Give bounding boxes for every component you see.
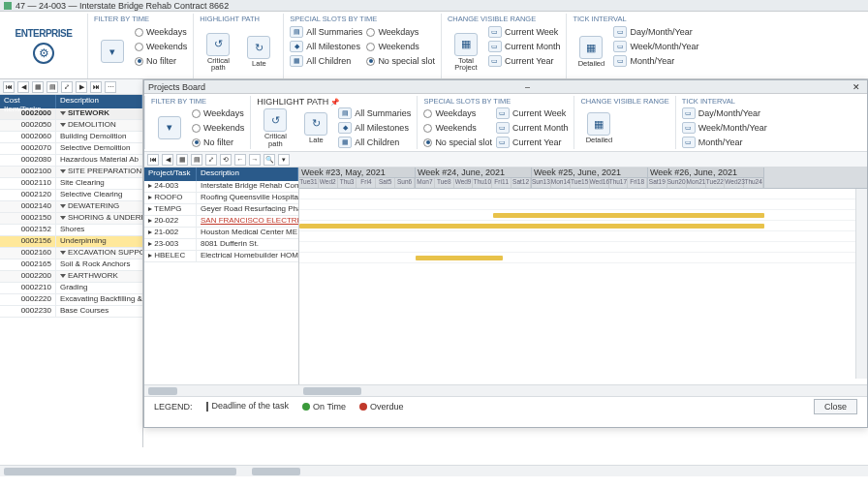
- cost-item-row[interactable]: 0002060Building Demolition: [0, 132, 142, 143]
- brand-block: ENTERPRISE ⚙: [0, 14, 87, 78]
- slot-weekdays[interactable]: Weekdays: [366, 25, 435, 39]
- tb-grid2[interactable]: ▤: [46, 81, 58, 93]
- cost-item-row[interactable]: 0002220Excavating Backfilling &: [0, 294, 142, 306]
- slot-milestones[interactable]: ◆All Milestones: [290, 40, 362, 53]
- gear-icon[interactable]: ⚙: [33, 43, 54, 64]
- total-project-button[interactable]: ▦Total Project: [448, 25, 484, 78]
- left-grid-header: Cost Item/Tasks Description: [0, 95, 142, 108]
- tb-next[interactable]: ▶: [76, 81, 87, 93]
- board-detailed[interactable]: ▦Detailed: [580, 107, 617, 149]
- cost-item-row[interactable]: 0002140DEWATERING: [0, 201, 142, 213]
- tb-prev[interactable]: ◀: [17, 81, 29, 93]
- board-toolbar: ⏮◀ ▦▤ ⤢⟲ ←→ 🔍▾: [144, 152, 867, 168]
- detailed-button[interactable]: ▦Detailed: [573, 25, 609, 78]
- tick-my[interactable]: ▭Month/Year: [613, 54, 698, 68]
- minimize-icon[interactable]: –: [522, 82, 533, 92]
- cost-item-row[interactable]: 0002230Base Courses: [0, 306, 142, 318]
- critical-path-button[interactable]: ↺Critical path: [200, 25, 236, 78]
- tb-last[interactable]: ⏭: [90, 81, 102, 93]
- cost-item-row[interactable]: 0002110Site Clearing: [0, 178, 142, 190]
- tick-wmy[interactable]: ▭Week/Month/Year: [613, 40, 698, 53]
- cost-item-row[interactable]: 0002200EARTHWORK: [0, 271, 142, 283]
- left-grid-body: 0002000SITEWORK0002050DEMOLITION0002060B…: [0, 108, 142, 318]
- ribbon-special-slots: SPECIAL SLOTS BY TIME ▤All Summaries ◆Al…: [283, 14, 441, 78]
- board-legend: LEGEND: Deadline of the task On Time Ove…: [144, 396, 867, 415]
- board-body: Project/TaskDescription ▸ 24-003Intersta…: [144, 168, 867, 390]
- main-ribbon: ENTERPRISE ⚙ FILTER BY TIME ▾ Weekdays W…: [0, 12, 868, 79]
- legend-deadline: Deadline of the task: [206, 401, 290, 412]
- left-toolbar: ⏮ ◀ ▦ ▤ ⤢ ▶ ⏭ ⋯: [0, 79, 142, 95]
- tb-grid1[interactable]: ▦: [32, 81, 44, 93]
- ribbon-tick-interval: TICK INTERVAL ▦Detailed ▭Day/Month/Year …: [566, 14, 704, 78]
- app-icon: [4, 2, 12, 10]
- project-row[interactable]: ▸ ROOFORoofing Queensville Hospita: [144, 193, 298, 204]
- range-year[interactable]: ▭Current Year: [488, 54, 561, 68]
- projects-board-window: Projects Board – ✕ FILTER BY TIME ▾ Week…: [143, 79, 868, 428]
- board-critical[interactable]: ↺Critical path: [257, 107, 294, 149]
- brand-logo: ENTERPRISE: [16, 28, 73, 39]
- close-button[interactable]: Close: [814, 399, 857, 414]
- slot-weekends[interactable]: Weekends: [366, 40, 435, 53]
- slot-children[interactable]: ▦All Children: [290, 54, 362, 68]
- close-icon[interactable]: ✕: [850, 82, 863, 92]
- left-pane: ⏮ ◀ ▦ ▤ ⤢ ▶ ⏭ ⋯ Cost Item/Tasks Descript…: [0, 79, 143, 447]
- filter-weekdays[interactable]: Weekdays: [135, 25, 187, 39]
- cost-item-row[interactable]: 0002152Shores: [0, 225, 142, 236]
- app-titlebar: 47 — 24-003 — Interstate Bridge Rehab Co…: [0, 0, 868, 12]
- project-row[interactable]: ▸ 24-003Interstate Bridge Rehab Con: [144, 181, 298, 193]
- project-row[interactable]: ▸ TEMPGGeyer Road Resurfacing Pha: [144, 204, 298, 216]
- tb-zoom[interactable]: ⤢: [61, 81, 73, 93]
- tick-dmy[interactable]: ▭Day/Month/Year: [613, 25, 698, 39]
- board-grid-hscroll[interactable]: [144, 384, 299, 396]
- gantt-vscroll[interactable]: [855, 189, 867, 379]
- project-row[interactable]: ▸ HBELECElectrical Homebuilder HOM: [144, 251, 298, 262]
- cost-item-row[interactable]: 0002160EXCAVATION SUPPORT SY: [0, 248, 142, 259]
- late-button[interactable]: ↻Late: [240, 25, 277, 78]
- project-row[interactable]: ▸ 20-022SAN FRANCISCO ELECTRICA: [144, 216, 298, 228]
- cost-item-row[interactable]: 0002150SHORING & UNDERPINN: [0, 213, 142, 225]
- cost-item-row[interactable]: 0002210Grading: [0, 283, 142, 294]
- cost-item-row[interactable]: 0002070Selective Demolition: [0, 143, 142, 155]
- project-row[interactable]: ▸ 21-002Houston Medical Center ME: [144, 228, 298, 239]
- filter-none[interactable]: No filter: [135, 54, 187, 68]
- main-area: Week #37, September, 2021Mon6Tue7Wed8 ⏮ …: [0, 79, 868, 476]
- board-late[interactable]: ↻Late: [297, 107, 334, 149]
- ribbon-highlight-path: HIGHLIGHT PATH ↺Critical path ↻Late: [193, 14, 283, 78]
- main-hscroll[interactable]: [0, 465, 868, 476]
- range-month[interactable]: ▭Current Month: [488, 40, 561, 53]
- cost-item-row[interactable]: 0002000SITEWORK: [0, 108, 142, 120]
- cost-item-row[interactable]: 0002080Hazardous Material Ab: [0, 155, 142, 167]
- cost-item-row[interactable]: 0002156Underpinning: [0, 236, 142, 248]
- board-gantt[interactable]: Week #23, May, 2021Tue31Wed2Thu3Fri4Sat5…: [299, 168, 867, 390]
- filter-funnel-button[interactable]: ▾: [94, 25, 131, 78]
- board-ribbon: FILTER BY TIME ▾ Weekdays Weekends No fi…: [144, 94, 867, 152]
- cost-item-row[interactable]: 0002050DEMOLITION: [0, 120, 142, 132]
- slot-none[interactable]: No special slot: [366, 54, 435, 68]
- cost-item-row[interactable]: 0002120Selective Clearing: [0, 190, 142, 201]
- board-filter-button[interactable]: ▾: [151, 107, 188, 149]
- cost-item-row[interactable]: 0002100SITE PREPARATION: [0, 167, 142, 178]
- range-week[interactable]: ▭Current Week: [488, 25, 561, 39]
- board-gantt-hscroll[interactable]: [299, 384, 867, 396]
- project-row[interactable]: ▸ 23-0038081 Dufferin St.: [144, 239, 298, 251]
- ribbon-visible-range: CHANGE VISIBLE RANGE ▦Total Project ▭Cur…: [441, 14, 567, 78]
- window-title: 47 — 24-003 — Interstate Bridge Rehab Co…: [16, 1, 229, 11]
- legend-overdue: Overdue: [359, 402, 404, 412]
- slot-summaries[interactable]: ▤All Summaries: [290, 25, 362, 39]
- cost-item-row[interactable]: 0002165Soil & Rock Anchors: [0, 259, 142, 271]
- tb-first[interactable]: ⏮: [3, 81, 15, 93]
- ribbon-filter-by-time: FILTER BY TIME ▾ Weekdays Weekends No fi…: [87, 14, 193, 78]
- tb-more[interactable]: ⋯: [105, 81, 116, 93]
- filter-weekends[interactable]: Weekends: [135, 40, 187, 53]
- board-grid: Project/TaskDescription ▸ 24-003Intersta…: [144, 168, 299, 390]
- legend-ontime: On Time: [302, 402, 346, 412]
- projects-board-titlebar[interactable]: Projects Board – ✕: [144, 80, 867, 94]
